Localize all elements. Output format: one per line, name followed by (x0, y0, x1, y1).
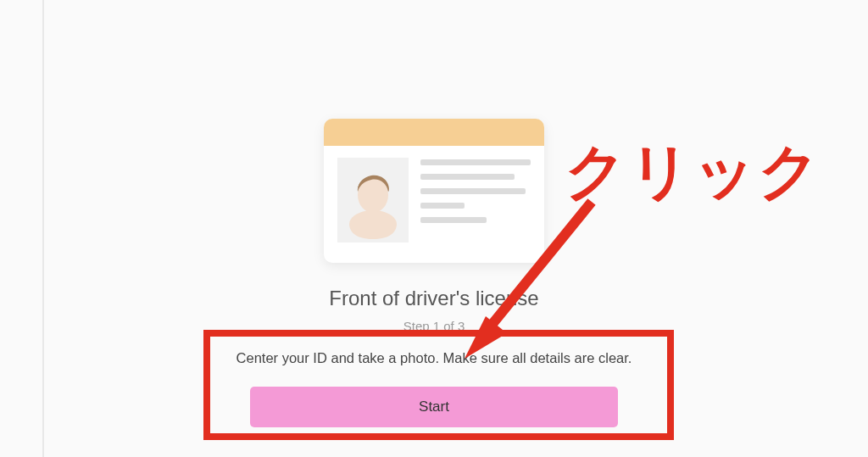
instruction-text: Center your ID and take a photo. Make su… (236, 350, 632, 366)
id-card-body (324, 146, 544, 263)
verification-panel: Front of driver's license Step 1 of 3 Ce… (0, 0, 868, 427)
page-title: Front of driver's license (329, 287, 538, 310)
id-line (420, 217, 487, 223)
id-card-photo (337, 158, 409, 242)
id-line (420, 203, 465, 209)
start-button[interactable]: Start (250, 387, 618, 427)
id-line (420, 159, 531, 165)
step-indicator: Step 1 of 3 (403, 319, 465, 333)
id-card-text-lines (420, 158, 531, 249)
id-card-header-stripe (324, 119, 544, 146)
avatar-icon (337, 158, 409, 242)
id-card-illustration (324, 119, 544, 263)
id-line (420, 188, 526, 194)
id-line (420, 174, 515, 180)
